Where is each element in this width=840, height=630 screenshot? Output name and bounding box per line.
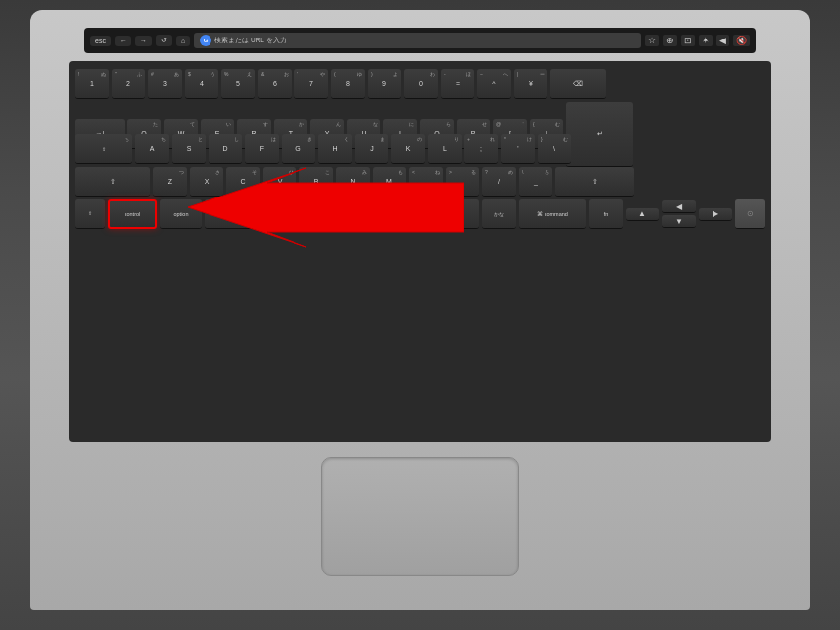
key-space[interactable] <box>301 199 479 229</box>
tb-forward[interactable]: → <box>135 36 152 46</box>
macbook-body: esc ← → ↺ ⌂ G 検索または URL を入力 ☆ ⊕ ⊡ ✶ ◀ 🔇 <box>30 10 810 610</box>
tb-mute[interactable]: 🔇 <box>733 35 750 46</box>
key-4[interactable]: う $ 4 <box>185 69 218 99</box>
key-c[interactable]: そ C <box>226 167 260 197</box>
key-a[interactable]: ち A <box>135 134 169 164</box>
key-arrow-down[interactable]: ▼ <box>662 215 696 228</box>
key-kana[interactable]: かな <box>482 199 516 229</box>
key-x[interactable]: さ X <box>190 167 223 197</box>
tb-url-bar[interactable]: G 検索または URL を入力 <box>194 33 641 48</box>
key-caps[interactable]: ち ⇪ <box>75 134 132 164</box>
key-ro[interactable]: ろ \ _ <box>519 167 552 197</box>
zxcv-row: ⇧ つ Z さ X そ C ひ V こ <box>75 167 765 197</box>
key-control[interactable]: control <box>108 199 157 229</box>
key-j[interactable]: ま J <box>355 134 388 164</box>
macbook-scene: esc ← → ↺ ⌂ G 検索または URL を入力 ☆ ⊕ ⊡ ✶ ◀ 🔇 <box>0 0 840 630</box>
key-fn-small[interactable]: ⇧ <box>75 199 105 229</box>
key-8[interactable]: ゆ ( 8 <box>331 69 365 99</box>
key-f[interactable]: は F <box>245 134 279 164</box>
key-quote[interactable]: け * ' <box>501 134 535 164</box>
asdf-row: ち ⇪ ち A と S し D は F <box>75 134 765 164</box>
key-arrow-up[interactable]: ▲ <box>626 208 659 221</box>
key-d[interactable]: し D <box>209 134 242 164</box>
key-2[interactable]: ふ " 2 <box>112 69 145 99</box>
touch-bar: esc ← → ↺ ⌂ G 検索または URL を入力 ☆ ⊕ ⊡ ✶ ◀ 🔇 <box>84 28 756 53</box>
tb-esc[interactable]: esc <box>90 36 111 46</box>
key-shift-l[interactable]: ⇧ <box>75 167 150 197</box>
key-v[interactable]: ひ V <box>263 167 296 197</box>
key-touchid[interactable]: ⊙ <box>735 199 765 229</box>
google-icon: G <box>200 35 211 46</box>
tb-segment[interactable]: ⊡ <box>681 35 695 46</box>
key-equal[interactable]: へ ~ ^ <box>477 69 511 99</box>
key-period[interactable]: る > . <box>446 167 479 197</box>
key-5[interactable]: え % 5 <box>221 69 255 99</box>
key-command-l[interactable]: ⌘ command <box>205 199 262 229</box>
key-b[interactable]: こ B <box>299 167 333 197</box>
key-7[interactable]: や ' 7 <box>294 69 328 99</box>
tb-back[interactable]: ← <box>115 36 131 46</box>
key-s[interactable]: と S <box>172 134 206 164</box>
key-semicolon[interactable]: れ + ; <box>464 134 498 164</box>
key-enter[interactable]: ↵ <box>566 102 633 167</box>
key-option[interactable]: option <box>160 199 202 229</box>
tb-refresh[interactable]: ↺ <box>156 35 172 46</box>
key-9[interactable]: よ ) 9 <box>368 69 401 99</box>
bottom-row: ⇧ control option ⌘ command 英数 か <box>75 199 765 229</box>
key-yen[interactable]: ー | ¥ <box>514 69 547 99</box>
key-arrow-left[interactable]: ◀ <box>662 200 696 213</box>
key-3[interactable]: あ # 3 <box>148 69 182 99</box>
key-slash[interactable]: め ? / <box>482 167 516 197</box>
key-backslash[interactable]: む } \ <box>538 134 571 164</box>
tb-brightness[interactable]: ✶ <box>699 35 713 46</box>
key-0[interactable]: わ 0 <box>404 69 438 99</box>
key-z[interactable]: つ Z <box>153 167 187 197</box>
key-1[interactable]: ぬ ! 1 <box>75 69 109 99</box>
key-n[interactable]: み N <box>336 167 370 197</box>
key-k[interactable]: の K <box>391 134 425 164</box>
key-shift-r[interactable]: ⇧ <box>555 167 634 197</box>
key-eisu[interactable]: 英数 <box>265 199 298 229</box>
key-6[interactable]: お & 6 <box>258 69 292 99</box>
key-command-r[interactable]: ⌘ command <box>519 199 586 229</box>
key-minus[interactable]: ほ - = <box>441 69 474 99</box>
tb-home[interactable]: ⌂ <box>176 36 190 46</box>
tb-right-icons: ☆ ⊕ ⊡ ✶ ◀ 🔇 <box>645 35 750 46</box>
tb-star[interactable]: ☆ <box>645 35 659 46</box>
tb-add[interactable]: ⊕ <box>663 35 677 46</box>
key-l[interactable]: り L <box>428 134 462 164</box>
tb-volume[interactable]: ◀ <box>716 35 729 46</box>
key-g[interactable]: き G <box>282 134 315 164</box>
key-delete[interactable]: ⌫ <box>550 69 606 99</box>
key-comma[interactable]: ね < , <box>409 167 443 197</box>
url-text: 検索または URL を入力 <box>214 37 286 45</box>
trackpad[interactable] <box>321 457 519 576</box>
keyboard: ぬ ! 1 ふ " 2 あ # 3 う $ 4 <box>69 61 771 442</box>
key-m[interactable]: も M <box>373 167 406 197</box>
key-fn[interactable]: fn <box>589 199 623 229</box>
key-h[interactable]: く H <box>318 134 352 164</box>
number-row: ぬ ! 1 ふ " 2 あ # 3 う $ 4 <box>75 69 765 99</box>
key-arrow-right[interactable]: ▶ <box>699 208 732 221</box>
